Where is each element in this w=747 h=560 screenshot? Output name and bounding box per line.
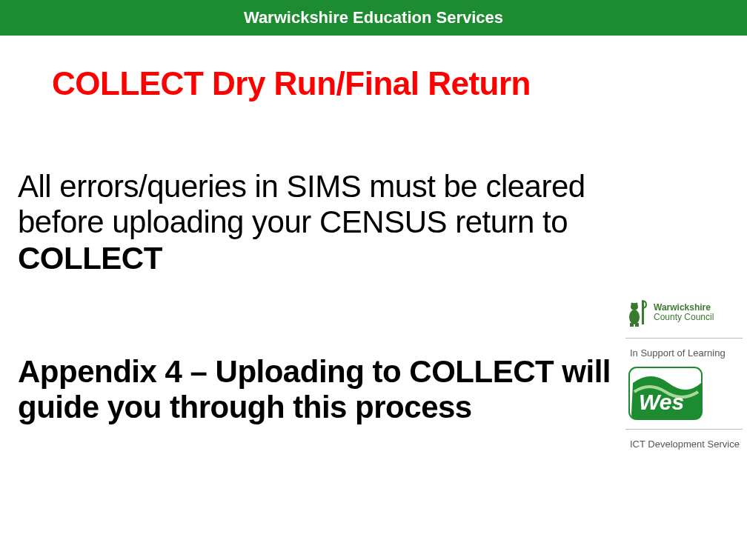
- body-p1-bold: COLLECT: [18, 241, 162, 276]
- county-line2: County Council: [654, 312, 714, 322]
- sidebar: Warwickshire County Council In Support o…: [625, 296, 743, 451]
- slide-title: COLLECT Dry Run/Final Return: [52, 65, 531, 102]
- header-bar: Warwickshire Education Services: [0, 0, 747, 36]
- support-of-learning-text: In Support of Learning: [625, 347, 726, 359]
- header-brand: Warwickshire Education Services: [244, 8, 503, 27]
- svg-rect-1: [642, 301, 644, 324]
- divider: [625, 429, 743, 430]
- county-council-logo-block: Warwickshire County Council: [625, 296, 714, 329]
- body-p1-text: All errors/queries in SIMS must be clear…: [18, 169, 585, 239]
- svg-rect-6: [630, 323, 634, 327]
- county-council-text: Warwickshire County Council: [654, 303, 714, 322]
- slide: Warwickshire Education Services COLLECT …: [0, 0, 747, 560]
- svg-point-5: [635, 302, 637, 304]
- divider: [625, 338, 743, 339]
- content-area: COLLECT Dry Run/Final Return All errors/…: [0, 36, 621, 560]
- wes-logo-text: Wes: [639, 390, 684, 414]
- svg-point-4: [631, 302, 633, 304]
- bear-staff-icon: [625, 296, 651, 329]
- svg-rect-7: [635, 323, 639, 327]
- body-paragraph-2: Appendix 4 – Uploading to COLLECT will g…: [18, 354, 614, 426]
- svg-point-2: [629, 310, 640, 324]
- body-paragraph-1: All errors/queries in SIMS must be clear…: [18, 169, 614, 276]
- wes-logo: Wes: [628, 367, 703, 420]
- ict-service-text: ICT Development Service: [625, 439, 740, 450]
